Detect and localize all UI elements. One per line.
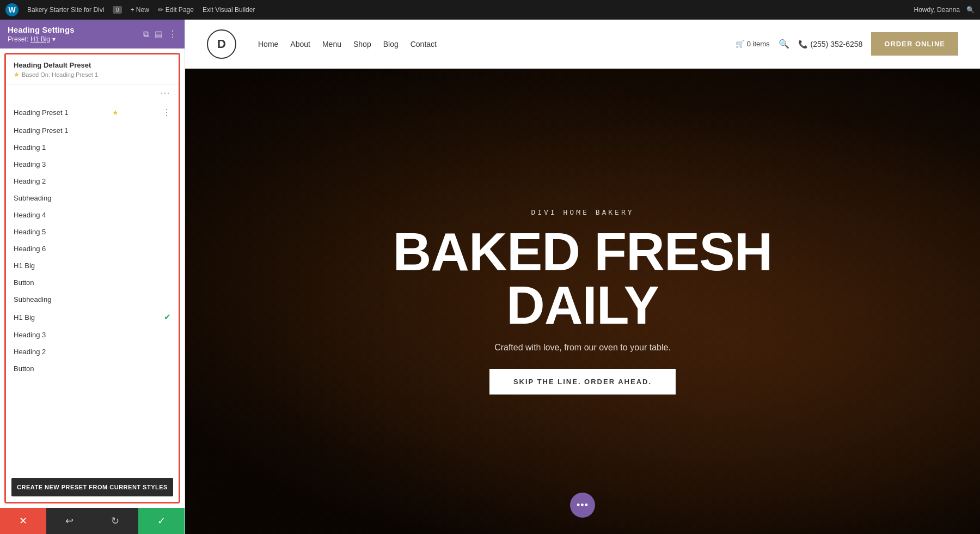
hero-title: BAKED FRESHDAILY [393, 225, 773, 332]
admin-search-icon[interactable]: 🔍 [966, 6, 975, 14]
nav-blog[interactable]: Blog [383, 40, 399, 48]
preset-dropdown: Heading Default Preset ★ Based On: Headi… [4, 53, 180, 503]
preset-item-label: Button [14, 365, 34, 373]
preset-item[interactable]: Heading 4 [6, 207, 179, 223]
cart-bag-icon: 🛒 [736, 40, 744, 48]
panel-copy-icon[interactable]: ⧉ [143, 29, 149, 39]
cancel-button[interactable]: ✕ [0, 508, 46, 534]
preset-item[interactable]: Heading Preset 1★⋮ [6, 103, 179, 122]
preset-item[interactable]: Heading 5 [6, 223, 179, 240]
redo-button[interactable]: ↻ [93, 508, 139, 534]
nav-home[interactable]: Home [258, 40, 278, 48]
preset-item-label: Heading 5 [14, 228, 46, 236]
preset-item-label: Heading 1 [14, 143, 46, 151]
floating-menu-button[interactable]: ••• [570, 493, 595, 518]
cart-icon[interactable]: 🛒 0 items [736, 40, 770, 48]
site-preview: D Home About Menu Shop Blog Contact 🛒 0 … [185, 20, 980, 534]
preset-item[interactable]: Heading 6 [6, 240, 179, 257]
nav-menu[interactable]: Menu [322, 40, 341, 48]
admin-bar: W Bakery Starter Site for Divi 0 + New ✏… [0, 0, 980, 20]
preset-item[interactable]: H1 Big [6, 257, 179, 274]
admin-exit-vb[interactable]: Exit Visual Builder [203, 6, 255, 14]
phone-icon: 📞 [798, 40, 807, 48]
floating-dots-icon: ••• [577, 500, 589, 510]
preset-item-label: Heading Preset 1 [14, 126, 68, 135]
default-preset-title: Heading Default Preset [14, 61, 171, 69]
preset-dots-icon[interactable]: ⋮ [162, 107, 171, 118]
wp-logo[interactable]: W [5, 3, 19, 16]
admin-comments[interactable]: 0 [113, 6, 121, 14]
preset-star-icon[interactable]: ★ [112, 108, 119, 117]
panel-subtitle: Preset: H1 Big ▾ [8, 35, 75, 43]
preset-item-label: Subheading [14, 295, 51, 304]
order-online-button[interactable]: ORDER ONLINE [871, 32, 958, 56]
preset-item-label: Heading Preset 1 [14, 108, 68, 117]
panel-header: Heading Settings Preset: H1 Big ▾ ⧉ ▤ ⋮ [0, 20, 185, 48]
hero-tagline: Crafted with love, from our oven to your… [393, 343, 773, 353]
panel-header-icons: ⧉ ▤ ⋮ [143, 29, 177, 39]
preset-item[interactable]: Heading 2 [6, 343, 179, 360]
preset-item[interactable]: Button [6, 274, 179, 291]
preset-item[interactable]: Subheading [6, 291, 179, 308]
panel-layout-icon[interactable]: ▤ [155, 29, 163, 39]
search-icon[interactable]: 🔍 [779, 39, 789, 49]
preset-item[interactable]: Heading 3 [6, 326, 179, 343]
preset-item-label: Heading 3 [14, 160, 46, 168]
site-nav-right: 🛒 0 items 🔍 📞 (255) 352-6258 ORDER ONLIN… [736, 32, 958, 56]
default-preset-star: ★ [14, 71, 20, 78]
preset-item-label: H1 Big [14, 262, 35, 270]
preset-item[interactable]: Heading 2 [6, 173, 179, 190]
preset-options-dots[interactable]: ⋯ [160, 87, 171, 99]
admin-site-name[interactable]: Bakery Starter Site for Divi [27, 6, 104, 14]
main-layout: Heading Settings Preset: H1 Big ▾ ⧉ ▤ ⋮ … [0, 20, 980, 534]
preset-item-label: Heading 4 [14, 211, 46, 219]
preset-list-dots: ⋯ [6, 84, 179, 101]
nav-shop[interactable]: Shop [353, 40, 371, 48]
preset-item-label: Heading 2 [14, 348, 46, 356]
admin-howdy: Howdy, Deanna [914, 6, 960, 14]
default-preset-row[interactable]: Heading Default Preset ★ Based On: Headi… [6, 54, 179, 84]
hero-cta-button[interactable]: SKIP THE LINE. ORDER AHEAD. [489, 369, 676, 395]
nav-contact[interactable]: Contact [411, 40, 437, 48]
preset-item-label: H1 Big [14, 313, 35, 321]
preset-item[interactable]: Button [6, 360, 179, 377]
preset-check-icon: ✔ [164, 312, 171, 322]
undo-button[interactable]: ↩ [46, 508, 93, 534]
admin-bar-right: Howdy, Deanna 🔍 [914, 6, 975, 14]
phone-wrap: 📞 (255) 352-6258 [798, 40, 863, 48]
hero-subtitle: DIVI HOME BAKERY [393, 208, 773, 216]
panel-more-icon[interactable]: ⋮ [168, 29, 177, 39]
site-logo[interactable]: D [207, 29, 236, 59]
site-nav: D Home About Menu Shop Blog Contact 🛒 0 … [185, 20, 980, 69]
hero-section: DIVI HOME BAKERY BAKED FRESHDAILY Crafte… [185, 69, 980, 534]
preset-item[interactable]: H1 Big✔ [6, 308, 179, 326]
preset-item[interactable]: Heading 3 [6, 156, 179, 173]
preset-item-label: Heading 3 [14, 331, 46, 339]
preset-list: Heading Preset 1★⋮Heading Preset 1Headin… [6, 101, 179, 474]
panel-title: Heading Settings [8, 25, 75, 34]
preset-item-label: Heading 6 [14, 245, 46, 253]
panel-header-left: Heading Settings Preset: H1 Big ▾ [8, 25, 75, 43]
hero-content: DIVI HOME BAKERY BAKED FRESHDAILY Crafte… [382, 208, 783, 395]
admin-new[interactable]: + New [131, 6, 149, 14]
preset-item-label: Subheading [14, 194, 51, 202]
preset-item[interactable]: Subheading [6, 190, 179, 207]
preset-item-label: Heading 2 [14, 177, 46, 185]
left-panel: Heading Settings Preset: H1 Big ▾ ⧉ ▤ ⋮ … [0, 20, 185, 534]
preset-item[interactable]: Heading Preset 1 [6, 122, 179, 139]
default-preset-sub: ★ Based On: Heading Preset 1 [14, 71, 171, 78]
create-preset-button[interactable]: CREATE NEW PRESET FROM CURRENT STYLES [11, 478, 173, 496]
nav-about[interactable]: About [290, 40, 310, 48]
bottom-toolbar: ✕ ↩ ↻ ✓ [0, 508, 185, 534]
save-button[interactable]: ✓ [138, 508, 185, 534]
admin-edit-page[interactable]: ✏ Edit Page [158, 6, 194, 14]
preset-item-label: Button [14, 278, 34, 287]
preset-item[interactable]: Heading 1 [6, 139, 179, 156]
site-nav-links: Home About Menu Shop Blog Contact [258, 40, 437, 48]
